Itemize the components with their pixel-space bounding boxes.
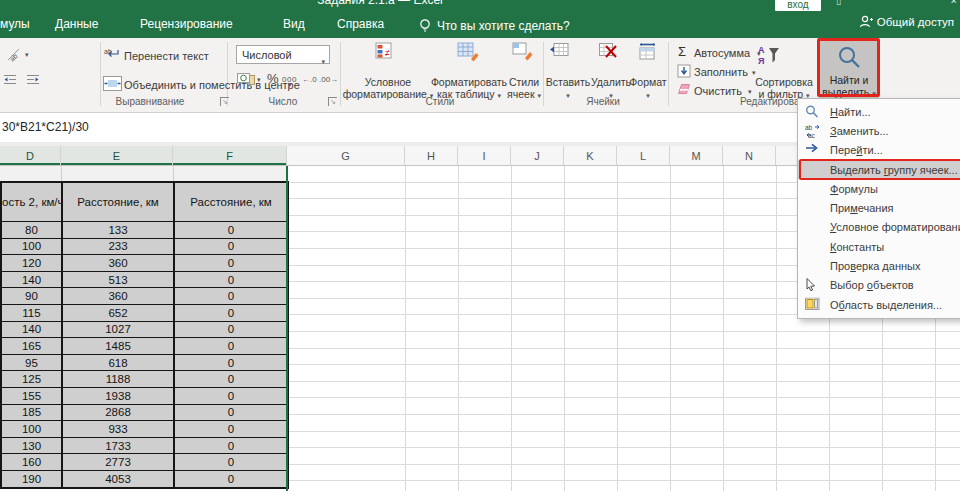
- cell[interactable]: 1485: [62, 338, 174, 355]
- data-table[interactable]: ость 2, км/чРасстояние, кмРасстояние, км…: [0, 181, 289, 489]
- cell[interactable]: 115: [1, 304, 62, 321]
- cell[interactable]: 140: [1, 271, 62, 288]
- menu-item-формулы[interactable]: Формулы: [798, 179, 960, 198]
- menu-item-заменить-[interactable]: abacЗаменить...: [798, 121, 960, 140]
- cell[interactable]: 80: [1, 222, 62, 239]
- alignment-dialog-launcher[interactable]: ↘: [220, 97, 229, 106]
- menu-item-выделить-группу-ячеек-[interactable]: Выделить группу ячеек...: [798, 160, 960, 179]
- cell[interactable]: 0: [174, 387, 288, 404]
- comma-style-icon[interactable]: 000: [282, 75, 297, 84]
- cell[interactable]: 0: [174, 470, 288, 487]
- column-header-J[interactable]: J: [511, 146, 564, 165]
- column-header-L[interactable]: L: [617, 146, 670, 165]
- cell-styles-button[interactable]: Стили ячеек ▾: [498, 76, 550, 102]
- tab-Данные[interactable]: Данные: [55, 17, 98, 31]
- column-header-F[interactable]: F: [173, 146, 287, 165]
- menu-item-примечания[interactable]: Примечания: [798, 198, 960, 217]
- cell[interactable]: 0: [174, 271, 288, 288]
- cell[interactable]: 95: [1, 354, 62, 371]
- text-orientation-icon[interactable]: ab: [5, 46, 23, 66]
- cell[interactable]: 100: [1, 238, 62, 255]
- cell[interactable]: 233: [62, 238, 174, 255]
- accounting-format-icon[interactable]: [237, 71, 255, 88]
- cell[interactable]: 0: [174, 321, 288, 338]
- increase-decimal-icon[interactable]: ←.0: [302, 75, 317, 84]
- menu-item-константы[interactable]: Константы: [798, 237, 960, 256]
- cell[interactable]: 1733: [62, 437, 174, 454]
- cell[interactable]: 0: [174, 404, 288, 421]
- cell[interactable]: 0: [174, 304, 288, 321]
- column-header-M[interactable]: M: [670, 146, 723, 165]
- cell[interactable]: 513: [62, 271, 174, 288]
- percent-style-icon[interactable]: %: [267, 71, 279, 86]
- cell[interactable]: 0: [174, 338, 288, 355]
- cell[interactable]: 0: [174, 354, 288, 371]
- tab-мулы[interactable]: мулы: [0, 17, 30, 31]
- cell[interactable]: 155: [1, 387, 62, 404]
- cell[interactable]: 652: [62, 304, 174, 321]
- cell[interactable]: 100: [1, 421, 62, 438]
- cell[interactable]: 120: [1, 255, 62, 272]
- cell[interactable]: 140: [1, 321, 62, 338]
- tab-Рецензирование[interactable]: Рецензирование: [140, 17, 233, 31]
- cell[interactable]: 0: [174, 371, 288, 388]
- clear-button[interactable]: Очистить: [694, 85, 742, 97]
- cell[interactable]: 0: [174, 421, 288, 438]
- tab-Вид[interactable]: Вид: [283, 17, 305, 31]
- cell[interactable]: 1027: [62, 321, 174, 338]
- cell[interactable]: 130: [1, 437, 62, 454]
- cell[interactable]: 1188: [62, 371, 174, 388]
- column-header-G[interactable]: G: [287, 146, 405, 165]
- cell[interactable]: 2773: [62, 454, 174, 471]
- fill-button[interactable]: Заполнить: [694, 66, 748, 78]
- cell[interactable]: 0: [174, 454, 288, 471]
- column-header-K[interactable]: K: [564, 146, 617, 165]
- login-badge[interactable]: вход: [775, 0, 821, 11]
- column-header-E[interactable]: E: [61, 146, 173, 165]
- table-header-cell[interactable]: Расстояние, км: [62, 182, 174, 222]
- dropdown-caret[interactable]: ▾: [748, 88, 752, 96]
- cell[interactable]: 360: [62, 288, 174, 305]
- share-button[interactable]: Общий доступ: [859, 15, 954, 28]
- autosum-button[interactable]: Автосумма: [694, 47, 750, 59]
- tab-Справка[interactable]: Справка: [337, 17, 384, 31]
- cell[interactable]: 185: [1, 404, 62, 421]
- cell[interactable]: 360: [62, 255, 174, 272]
- column-header-H[interactable]: H: [405, 146, 458, 165]
- cell[interactable]: 160: [1, 454, 62, 471]
- cell[interactable]: 4053: [62, 470, 174, 487]
- close-icon[interactable]: ✕: [950, 0, 958, 6]
- increase-indent-icon[interactable]: [25, 73, 40, 88]
- menu-item-условное-форматирование[interactable]: Условное форматирование: [798, 218, 960, 237]
- wrap-text-button[interactable]: Перенести текст: [124, 50, 209, 62]
- tell-me-box[interactable]: Что вы хотите сделать?: [437, 19, 570, 33]
- menu-item-область-выделения-[interactable]: Область выделения...: [798, 295, 960, 314]
- cell[interactable]: 1938: [62, 387, 174, 404]
- cell[interactable]: 0: [174, 437, 288, 454]
- table-header-cell[interactable]: Расстояние, км: [174, 182, 288, 222]
- menu-item-выбор-объектов[interactable]: Выбор объектов: [798, 276, 960, 295]
- cell[interactable]: 618: [62, 354, 174, 371]
- menu-item-проверка-данных[interactable]: Проверка данных: [798, 256, 960, 275]
- column-header-D[interactable]: D: [0, 146, 61, 165]
- number-format-select[interactable]: Числовой ▾: [236, 45, 330, 64]
- dropdown-caret[interactable]: ▾: [257, 76, 261, 84]
- dropdown-caret[interactable]: ▾: [25, 51, 29, 59]
- ribbon-display-icon[interactable]: ▯: [836, 0, 841, 6]
- cell[interactable]: 933: [62, 421, 174, 438]
- cell[interactable]: 2868: [62, 404, 174, 421]
- cell[interactable]: 0: [174, 288, 288, 305]
- cell[interactable]: 0: [174, 222, 288, 239]
- cell[interactable]: 133: [62, 222, 174, 239]
- menu-item-найти-[interactable]: Найти...: [798, 102, 960, 121]
- selected-columns-strip[interactable]: [0, 166, 287, 181]
- cell[interactable]: 90: [1, 288, 62, 305]
- cell[interactable]: 190: [1, 470, 62, 487]
- decrease-indent-icon[interactable]: [3, 73, 18, 88]
- menu-item-перейти-[interactable]: Перейти...: [798, 141, 960, 160]
- cell[interactable]: 165: [1, 338, 62, 355]
- cell[interactable]: 125: [1, 371, 62, 388]
- cell[interactable]: 0: [174, 238, 288, 255]
- table-header-cell[interactable]: ость 2, км/ч: [1, 182, 62, 222]
- column-header-N[interactable]: N: [723, 146, 776, 165]
